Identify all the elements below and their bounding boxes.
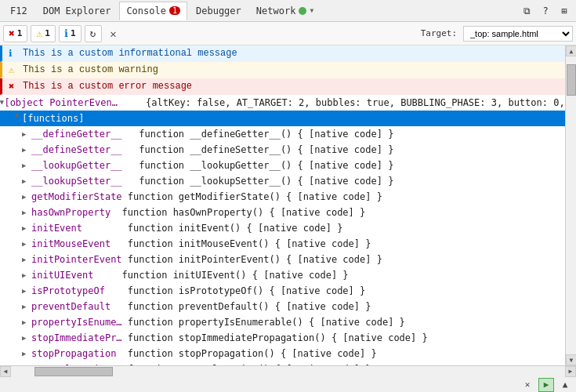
list-item[interactable]: ▶ __defineSetter__ function __defineSett… [0, 142, 565, 158]
info-filter-btn[interactable]: ℹ 1 [59, 25, 82, 42]
tab-bar: F12 DOM Explorer Console 1 Debugger Netw… [0, 0, 576, 22]
item-expand-arrow[interactable]: ▶ [22, 158, 31, 172]
tab-network-label: Network [256, 5, 296, 16]
h-scroll-thumb[interactable] [34, 367, 113, 376]
item-expand-arrow[interactable]: ▶ [22, 143, 31, 157]
help-button[interactable]: ? [537, 2, 554, 20]
tab-f12-label: F12 [10, 5, 27, 16]
error-filter-btn[interactable]: ✖ 1 [3, 25, 27, 42]
item-expand-arrow[interactable]: ▶ [22, 221, 31, 235]
item-key: preventDefault [31, 299, 110, 314]
console-toolbar: ✖ 1 ⚠ 1 ℹ 1 ↻ ✕ Target: _top: sample.htm… [0, 22, 576, 45]
list-item[interactable]: ▶ isPrototypeOf function isPrototypeOf()… [0, 283, 565, 299]
list-item[interactable]: ▶ initUIEvent function initUIEvent() { [… [0, 267, 565, 283]
warn-count: 1 [45, 28, 50, 38]
target-select[interactable]: _top: sample.html [463, 26, 573, 42]
item-key: initPointerEvent [31, 252, 122, 267]
h-scroll-track[interactable] [11, 366, 565, 377]
list-item[interactable]: ▶ __defineGetter__ function __defineGett… [0, 126, 565, 142]
item-value: function __lookupSetter__() { [native co… [139, 174, 393, 188]
item-expand-arrow[interactable]: ▶ [22, 315, 31, 329]
info-msg-icon: ℹ [9, 46, 21, 60]
close-icon: ✕ [110, 27, 116, 40]
item-expand-arrow[interactable]: ▶ [22, 127, 31, 141]
item-value: function initUIEvent() { [native code] } [122, 268, 349, 282]
item-expand-arrow[interactable]: ▶ [22, 331, 31, 345]
root-value: {altKey: false, AT_TARGET: 2, bubbles: t… [146, 96, 576, 110]
up-btn[interactable]: ▲ [557, 378, 573, 392]
item-key: toLocaleString [31, 362, 110, 365]
console-error-message[interactable]: ✖ This is a custom error message [0, 78, 565, 95]
item-key: __lookupGetter__ [31, 158, 122, 172]
status-bar: ✕ ▶ ▲ [0, 376, 576, 392]
tree-root-node[interactable]: ▶ [object PointerEven… {altKey: false, A… [0, 95, 565, 111]
list-item[interactable]: ▶ __lookupGetter__ function __lookupGett… [0, 158, 565, 173]
root-expand-arrow[interactable]: ▶ [0, 100, 9, 104]
item-key: hasOwnProperty [31, 205, 110, 220]
item-key: initUIEvent [31, 268, 93, 282]
scroll-up-arrow[interactable]: ▲ [566, 45, 576, 56]
functions-key: [functions] [22, 111, 84, 125]
item-key: stopImmediatePr… [31, 331, 122, 345]
item-expand-arrow[interactable]: ▶ [22, 205, 31, 220]
refresh-button[interactable]: ↻ [85, 25, 102, 42]
functions-expand-arrow[interactable]: ▶ [10, 114, 24, 123]
item-expand-arrow[interactable]: ▶ [22, 284, 31, 298]
warn-filter-btn[interactable]: ⚠ 1 [31, 25, 55, 42]
tab-network[interactable]: Network ▼ [250, 4, 320, 18]
item-key: initMouseEvent [31, 237, 110, 251]
play-btn[interactable]: ▶ [538, 378, 554, 392]
list-item[interactable]: ▶ toLocaleString function toLocaleString… [0, 361, 565, 365]
warn-msg-icon: ⚠ [9, 63, 21, 77]
list-item[interactable]: ▶ initPointerEvent function initPointerE… [0, 252, 565, 267]
close-console-btn[interactable]: ✕ [105, 25, 122, 42]
item-expand-arrow[interactable]: ▶ [22, 190, 31, 204]
clear-console-btn[interactable]: ✕ [520, 378, 535, 392]
detach-button[interactable]: ⊞ [556, 2, 573, 20]
item-expand-arrow[interactable]: ▶ [22, 252, 31, 267]
console-info-message[interactable]: ℹ This is a custom informational message [0, 45, 565, 62]
console-warn-message[interactable]: ⚠ This is a custom warning [0, 62, 565, 78]
warning-icon: ⚠ [36, 27, 42, 39]
item-expand-arrow[interactable]: ▶ [22, 237, 31, 251]
scroll-thumb[interactable] [567, 64, 576, 96]
tab-f12[interactable]: F12 [3, 2, 34, 20]
item-expand-arrow[interactable]: ▶ [22, 299, 31, 314]
item-value: function toLocaleString() { [native code… [128, 362, 371, 365]
item-value: function stopPropagation() { [native cod… [128, 347, 377, 361]
up-icon: ▲ [563, 379, 568, 390]
scroll-down-arrow[interactable]: ▼ [566, 354, 576, 365]
error-icon: ✖ [9, 27, 15, 39]
scroll-track[interactable] [566, 56, 576, 354]
tab-dom-explorer[interactable]: DOM Explorer [36, 2, 118, 20]
list-item[interactable]: ▶ getModifierState function getModifierS… [0, 189, 565, 205]
item-expand-arrow[interactable]: ▶ [22, 268, 31, 282]
list-item[interactable]: ▶ initMouseEvent function initMouseEvent… [0, 236, 565, 252]
h-scroll-left-arrow[interactable]: ◀ [0, 366, 11, 377]
list-item[interactable]: ▶ propertyIsEnume… function propertyIsEn… [0, 314, 565, 330]
list-item[interactable]: ▶ stopImmediatePr… function stopImmediat… [0, 330, 565, 346]
list-item[interactable]: ▶ __lookupSetter__ function __lookupSett… [0, 173, 565, 189]
item-expand-arrow[interactable]: ▶ [22, 174, 31, 188]
h-scroll-right-arrow[interactable]: ▶ [565, 366, 576, 377]
horizontal-scrollbar[interactable]: ◀ ▶ [0, 365, 576, 376]
popout-button[interactable]: ⧉ [518, 2, 535, 20]
item-key: propertyIsEnume… [31, 315, 122, 329]
play-icon: ▶ [544, 379, 549, 390]
item-key: __defineSetter__ [31, 143, 122, 157]
list-item[interactable]: ▶ preventDefault function preventDefault… [0, 299, 565, 314]
tree-functions-node[interactable]: ▶ [functions] [0, 111, 565, 126]
tab-console[interactable]: Console 1 [119, 2, 187, 20]
list-item[interactable]: ▶ hasOwnProperty function hasOwnProperty… [0, 205, 565, 220]
network-dropdown-arrow[interactable]: ▼ [310, 7, 313, 14]
item-key: __lookupSetter__ [31, 174, 122, 188]
list-item[interactable]: ▶ stopPropagation function stopPropagati… [0, 346, 565, 361]
item-expand-arrow[interactable]: ▶ [22, 347, 31, 361]
tab-debugger[interactable]: Debugger [189, 2, 248, 20]
item-expand-arrow[interactable]: ▶ [22, 362, 31, 365]
vertical-scrollbar[interactable]: ▲ ▼ [565, 45, 576, 365]
item-value: function getModifierState() { [native co… [128, 190, 382, 204]
warn-msg-text: This is a custom warning [23, 63, 562, 77]
item-value: function __lookupGetter__() { [native co… [139, 158, 393, 172]
list-item[interactable]: ▶ initEvent function initEvent() { [nati… [0, 220, 565, 236]
